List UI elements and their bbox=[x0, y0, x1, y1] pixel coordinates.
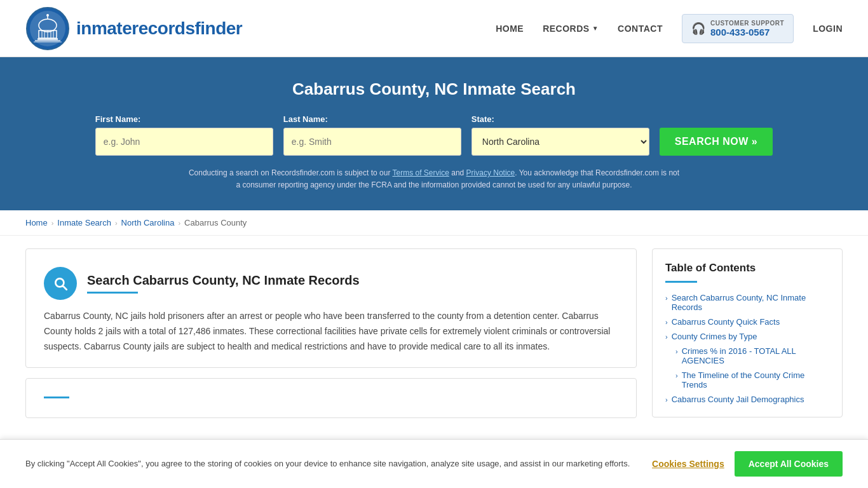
toc-card: Table of Contents › Search Cabarrus Coun… bbox=[652, 248, 843, 417]
toc-item-4: › Crimes % in 2016 - TOTAL ALL AGENCIES bbox=[665, 346, 829, 365]
chevron-right-icon: › bbox=[665, 333, 668, 341]
search-disclaimer: Conducting a search on Recordsfinder.com… bbox=[186, 167, 682, 191]
article-title: Search Cabarrus County, NC Inmate Record… bbox=[87, 273, 360, 288]
state-select[interactable]: North CarolinaAlabamaAlaskaArizonaArkans… bbox=[471, 128, 649, 156]
cs-label: CUSTOMER SUPPORT bbox=[710, 20, 784, 27]
content-area: Search Cabarrus County, NC Inmate Record… bbox=[25, 248, 652, 428]
logo-text: inmaterecordsfinder bbox=[76, 18, 242, 39]
breadcrumb-sep-1: › bbox=[51, 219, 54, 227]
svg-point-6 bbox=[46, 14, 49, 17]
toc-link-4[interactable]: › Crimes % in 2016 - TOTAL ALL AGENCIES bbox=[675, 346, 829, 365]
hero-title: Cabarrus County, NC Inmate Search bbox=[25, 79, 843, 99]
first-name-input[interactable] bbox=[95, 128, 273, 156]
nav-home[interactable]: HOME bbox=[496, 24, 524, 34]
toc-link-6[interactable]: › Cabarrus County Jail Demographics bbox=[665, 395, 829, 404]
nav-records[interactable]: RECORDS ▼ bbox=[543, 24, 599, 34]
sidebar: Table of Contents › Search Cabarrus Coun… bbox=[652, 248, 843, 428]
toc-item-3: › County Crimes by Type bbox=[665, 332, 829, 341]
toc-link-5[interactable]: › The Timeline of the County Crime Trend… bbox=[675, 370, 829, 390]
toc-divider bbox=[665, 281, 697, 283]
chevron-right-icon: › bbox=[665, 294, 668, 302]
breadcrumb: Home › Inmate Search › North Carolina › … bbox=[0, 210, 868, 236]
nav-contact[interactable]: CONTACT bbox=[618, 24, 663, 34]
last-name-group: Last Name: bbox=[283, 114, 461, 156]
main-layout: Search Cabarrus County, NC Inmate Record… bbox=[0, 236, 868, 440]
breadcrumb-sep-3: › bbox=[178, 219, 180, 227]
toc-title: Table of Contents bbox=[665, 262, 829, 274]
site-header: inmaterecordsfinder HOME RECORDS ▼ CONTA… bbox=[0, 0, 868, 57]
logo-icon bbox=[25, 6, 70, 51]
toc-item-6: › Cabarrus County Jail Demographics bbox=[665, 395, 829, 404]
svg-rect-12 bbox=[35, 40, 60, 41]
toc-item-2: › Cabarrus County Quick Facts bbox=[665, 317, 829, 327]
article-card: Search Cabarrus County, NC Inmate Record… bbox=[25, 248, 637, 367]
toc-list: › Search Cabarrus County, NC Inmate Reco… bbox=[665, 293, 829, 404]
search-circle-icon bbox=[44, 267, 77, 300]
magnifier-icon bbox=[52, 275, 69, 292]
toc-link-3[interactable]: › County Crimes by Type bbox=[665, 332, 829, 341]
state-label: State: bbox=[471, 114, 494, 124]
state-group: State: North CarolinaAlabamaAlaskaArizon… bbox=[471, 114, 649, 156]
last-name-input[interactable] bbox=[283, 128, 461, 156]
chevron-right-icon: › bbox=[675, 372, 678, 379]
nav-login[interactable]: LOGIN bbox=[813, 24, 843, 34]
article-card-2 bbox=[25, 378, 637, 418]
svg-rect-13 bbox=[34, 41, 62, 43]
breadcrumb-sep-2: › bbox=[115, 219, 118, 227]
chevron-right-icon: › bbox=[665, 318, 668, 326]
chevron-right-icon: › bbox=[675, 348, 678, 355]
customer-support-box: 🎧 CUSTOMER SUPPORT 800-433-0567 bbox=[682, 14, 794, 43]
headset-icon: 🎧 bbox=[691, 22, 705, 36]
toc-item-5: › The Timeline of the County Crime Trend… bbox=[665, 370, 829, 390]
search-form: First Name: Last Name: State: North Caro… bbox=[25, 114, 843, 156]
toc-item-1: › Search Cabarrus County, NC Inmate Reco… bbox=[665, 293, 829, 312]
breadcrumb-home[interactable]: Home bbox=[25, 218, 48, 227]
toc-link-2[interactable]: › Cabarrus County Quick Facts bbox=[665, 317, 829, 327]
title-underline bbox=[87, 292, 138, 294]
privacy-link[interactable]: Privacy Notice bbox=[466, 168, 515, 177]
logo[interactable]: inmaterecordsfinder bbox=[25, 6, 242, 51]
svg-rect-4 bbox=[37, 38, 58, 40]
search-button[interactable]: SEARCH NOW » bbox=[660, 128, 773, 156]
cookie-banner: By clicking "Accept All Cookies", you ag… bbox=[0, 439, 868, 441]
breadcrumb-north-carolina[interactable]: North Carolina bbox=[121, 218, 175, 227]
breadcrumb-inmate-search[interactable]: Inmate Search bbox=[57, 218, 111, 227]
chevron-down-icon: ▼ bbox=[592, 25, 599, 32]
tos-link[interactable]: Terms of Service bbox=[393, 168, 449, 177]
article-header: Search Cabarrus County, NC Inmate Record… bbox=[44, 267, 618, 300]
main-nav: HOME RECORDS ▼ CONTACT 🎧 CUSTOMER SUPPOR… bbox=[496, 14, 843, 43]
last-name-label: Last Name: bbox=[283, 114, 328, 124]
breadcrumb-cabarrus-county: Cabarrus County bbox=[184, 218, 247, 227]
first-name-group: First Name: bbox=[95, 114, 273, 156]
toc-link-1[interactable]: › Search Cabarrus County, NC Inmate Reco… bbox=[665, 293, 829, 312]
article-body: Cabarrus County, NC jails hold prisoners… bbox=[44, 309, 618, 354]
chevron-right-icon: › bbox=[665, 396, 668, 403]
first-name-label: First Name: bbox=[95, 114, 141, 124]
cs-number: 800-433-0567 bbox=[710, 27, 784, 37]
search-hero: Cabarrus County, NC Inmate Search First … bbox=[0, 57, 868, 210]
